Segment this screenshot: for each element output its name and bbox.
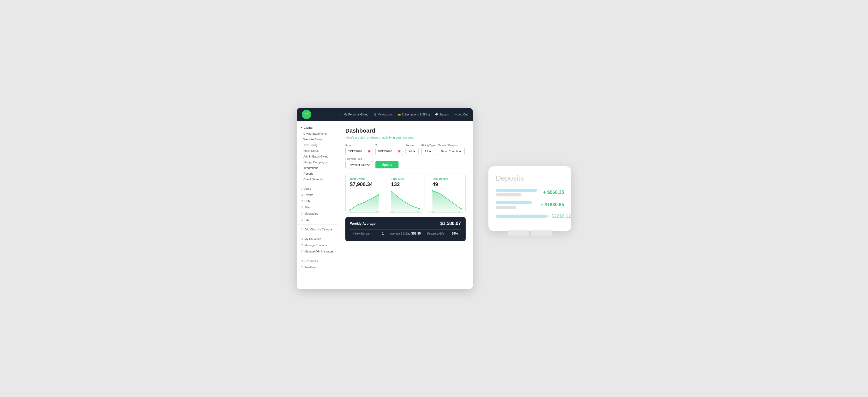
total-donors-label: Total Donors [432, 177, 461, 180]
total-giving-label: Total Giving [350, 177, 378, 180]
nav-personal-giving[interactable]: ♡ My Personal Giving [340, 113, 368, 116]
deposit-amount-1: + $960.35 [543, 190, 564, 195]
weekly-detail-recurring: Recurring Gifts 99% [424, 229, 461, 237]
payment-type-label: Payment Type [345, 158, 373, 160]
sidebar-section-chms[interactable]: ChMS [297, 198, 338, 204]
total-donors-value: 49 [432, 181, 461, 187]
update-button[interactable]: Update [375, 161, 399, 168]
new-donors-label: # New Donors [353, 232, 370, 235]
svg-text:Oct: Oct [459, 210, 460, 213]
nav-logout[interactable]: ↪ Log Out [455, 113, 468, 116]
sidebar-item-pledge-campaigns[interactable]: Pledge Campaigns [297, 159, 338, 165]
giving-type-select-wrapper[interactable]: All [421, 148, 435, 155]
add-church-dot [301, 228, 303, 230]
heart-icon: ♡ [340, 113, 343, 116]
svg-point-7 [420, 208, 420, 210]
church-select-wrapper[interactable]: Basic Church [438, 148, 465, 155]
svg-point-11 [432, 190, 433, 192]
weekly-detail-new-donors: # New Donors 1 [350, 229, 387, 237]
sidebar-section-my-churches[interactable]: My Churches [297, 236, 338, 242]
sidebar-item-kiosk-setup[interactable]: Kiosk Setup [297, 148, 338, 153]
recurring-label: Recurring Gifts [427, 232, 445, 235]
sidebar-item-reports[interactable]: Reports [297, 171, 338, 176]
sidebar-section-add-church[interactable]: Add Church / Campus [297, 226, 338, 232]
sidebar-section-messaging[interactable]: Messaging [297, 210, 338, 217]
deposits-title: Deposits [496, 174, 564, 182]
to-input[interactable]: 📅 [375, 148, 403, 155]
giving-type-label: Giving Type [421, 144, 435, 147]
sidebar-section-manage-contacts[interactable]: Manage Contacts [297, 242, 338, 248]
deposit-bar-short-1 [496, 193, 522, 196]
stat-card-total-gifts: Total Gifts 132 [386, 174, 424, 212]
support-icon: 💬 [435, 113, 438, 116]
logout-icon: ↪ [455, 113, 457, 116]
my-churches-dot [301, 238, 303, 240]
svg-marker-10 [432, 191, 461, 213]
pay-dot [301, 219, 303, 221]
avg-gift-label: Average Gift Size [390, 232, 410, 235]
manage-admins-dot [301, 250, 303, 253]
deposit-row-3: + $2210.12 [496, 214, 564, 219]
deposit-amount-3: + $2210.12 [548, 214, 571, 219]
source-select-wrapper[interactable]: All [405, 148, 419, 155]
payment-type-select[interactable]: Payment type [348, 163, 371, 167]
from-input[interactable]: 📅 [345, 148, 373, 155]
weekly-avg-value: $1,580.07 [440, 221, 461, 226]
calendar-icon-from: 📅 [367, 150, 371, 153]
church-label: Church / Campus [438, 144, 465, 147]
sidebar-divider-2 [297, 224, 338, 225]
sidebar-section-manage-admins[interactable]: Manage Administrators [297, 248, 338, 255]
stats-row: Total Giving $7,900.34 [345, 174, 466, 212]
recurring-value: 99% [452, 232, 458, 235]
sidebar-item-website-giving[interactable]: Website Giving [297, 137, 338, 142]
sidebar-section-apps[interactable]: Apps [297, 186, 338, 192]
manage-contacts-dot [301, 244, 303, 246]
sidebar-item-giving-statements[interactable]: Giving Statements [297, 131, 338, 137]
deposit-amount-2: + $1630.65 [540, 202, 564, 207]
top-nav: 🌱 ♡ My Personal Giving 👤 My Account 💳 Su… [297, 108, 473, 121]
sidebar-section-resources[interactable]: Resources [297, 258, 338, 264]
church-select[interactable]: Basic Church [440, 149, 462, 153]
deposit-row-2: + $1630.65 [496, 201, 564, 209]
total-donors-chart: Sep Oct [432, 190, 461, 210]
new-donors-value: 1 [382, 232, 384, 235]
sidebar-section-sites[interactable]: Sites [297, 204, 338, 210]
total-gifts-value: 132 [391, 181, 420, 187]
weekly-detail-avg-gift: Average Gift Size $59.85 [387, 229, 424, 237]
giving-chevron-icon: ▾ [301, 126, 302, 129]
from-date-input[interactable] [348, 150, 366, 153]
stat-card-total-donors: Total Donors 49 [428, 174, 466, 212]
nav-my-account[interactable]: 👤 My Account [374, 113, 393, 116]
svg-marker-5 [391, 191, 420, 213]
nav-subscriptions[interactable]: 💳 Subscriptions & Billing [398, 113, 430, 116]
deposit-bars-1 [496, 189, 537, 196]
sites-dot [301, 206, 303, 208]
stat-card-total-giving: Total Giving $7,900.34 [345, 174, 383, 212]
weekly-average-card: Weekly Average $1,580.07 # New Donors 1 … [345, 217, 466, 241]
logo-icon: 🌱 [304, 112, 309, 117]
feedback-dot [301, 266, 303, 268]
sidebar-section-pay[interactable]: Pay [297, 217, 338, 223]
sidebar-item-integrations[interactable]: Integrations [297, 165, 338, 171]
chms-dot [301, 200, 303, 202]
svg-text:Oct: Oct [376, 210, 378, 213]
messaging-dot [301, 212, 303, 215]
sidebar-section-events[interactable]: Events [297, 192, 338, 198]
sidebar-item-admin-batch-giving[interactable]: Admin Batch Giving [297, 153, 338, 159]
nav-support[interactable]: 💬 Support [435, 113, 449, 116]
deposit-tab-1 [508, 230, 529, 236]
deposit-tab-2 [531, 230, 552, 236]
sidebar-section-feedback[interactable]: Feedback [297, 264, 338, 271]
deposit-bars-2 [496, 201, 532, 209]
deposit-bar-long-3 [496, 215, 548, 218]
svg-marker-0 [350, 195, 378, 213]
giving-type-select[interactable]: All [424, 149, 432, 153]
payment-type-select-wrapper[interactable]: Payment type [345, 161, 373, 168]
sidebar-item-check-scanning[interactable]: Check Scanning [297, 176, 338, 182]
source-select[interactable]: All [408, 149, 416, 153]
to-date-input[interactable] [378, 150, 397, 153]
page-subtitle: Here's a quick rundown of activity in yo… [345, 136, 466, 139]
weekly-avg-title: Weekly Average [350, 222, 376, 226]
logo[interactable]: 🌱 [302, 110, 311, 119]
sidebar-item-text-giving[interactable]: Text Giving [297, 142, 338, 148]
